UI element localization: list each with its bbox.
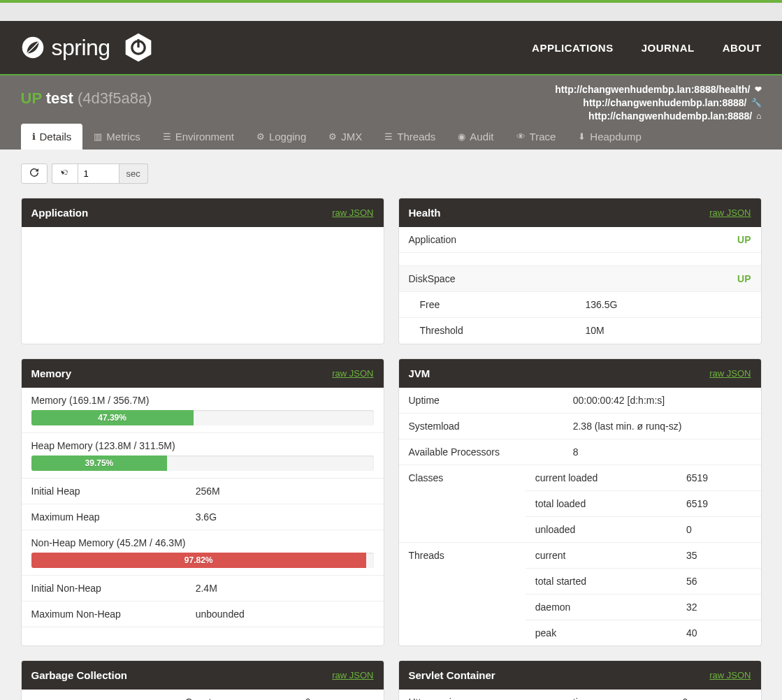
sysload-value: 2.38 (last min. ø runq-sz) xyxy=(573,421,751,432)
info-icon: ℹ xyxy=(32,131,36,142)
wrench-icon: 🔧 xyxy=(751,98,762,108)
initial-heap-value: 256M xyxy=(196,486,374,497)
panel-title: Servlet Container xyxy=(409,669,495,681)
raw-json-link[interactable]: raw JSON xyxy=(332,207,373,218)
nav-journal[interactable]: JOURNAL xyxy=(642,42,695,54)
main-navbar: spring APPLICATIONS JOURNAL ABOUT xyxy=(0,21,782,74)
cogs-icon: ⚙ xyxy=(328,131,337,142)
raw-json-link[interactable]: raw JSON xyxy=(709,670,751,680)
tab-logging[interactable]: ⚙Logging xyxy=(245,124,317,150)
spring-logo: spring xyxy=(21,35,110,61)
interval-unit: sec xyxy=(120,163,148,184)
max-heap-label: Maximum Heap xyxy=(31,511,196,523)
health-disk-status: UP xyxy=(737,273,751,284)
threads-current-label: current xyxy=(535,550,686,561)
threads-label: Threads xyxy=(399,543,526,646)
tab-heapdump[interactable]: ⬇Heapdump xyxy=(567,124,652,150)
tab-environment[interactable]: ☰Environment xyxy=(152,124,245,150)
raw-json-link[interactable]: raw JSON xyxy=(332,670,373,680)
panel-health: Health raw JSON Application UP DiskSpace… xyxy=(398,198,762,344)
threads-peak-label: peak xyxy=(535,627,686,639)
panel-title: Application xyxy=(31,207,89,219)
uptime-value: 00:00:00:42 [d:h:m:s] xyxy=(573,395,751,406)
initial-nonheap-value: 2.4M xyxy=(196,583,374,594)
heartbeat-icon: ❤ xyxy=(755,85,762,94)
tab-trace[interactable]: 👁Trace xyxy=(505,124,567,150)
threads-daemon-label: daemon xyxy=(535,601,686,613)
procs-label: Available Processors xyxy=(409,446,573,458)
tab-details[interactable]: ℹDetails xyxy=(21,124,83,150)
panel-title: JVM xyxy=(409,367,430,379)
memory-progress: 47.39% xyxy=(31,410,374,425)
sysload-label: Systemload xyxy=(409,421,573,432)
memory-label: Memory (169.1M / 356.7M) xyxy=(31,395,374,406)
instance-urls: http://changwenhudembp.lan:8888/health/❤… xyxy=(555,84,761,124)
nonheap-progress: 97.82% xyxy=(31,553,374,568)
raw-json-link[interactable]: raw JSON xyxy=(709,368,751,379)
max-heap-value: 3.6G xyxy=(196,511,374,523)
classes-current-loaded: 6519 xyxy=(686,472,751,483)
health-free-value: 136.5G xyxy=(586,299,751,310)
threads-total-started-label: total started xyxy=(535,576,686,587)
classes-label: Classes xyxy=(399,465,526,542)
refresh-icon xyxy=(30,168,38,177)
panel-application: Application raw JSON xyxy=(21,198,384,344)
sync-icon xyxy=(61,168,69,177)
bar-chart-icon: ▥ xyxy=(94,131,102,142)
nonheap-label: Non-Heap Memory (45.2M / 46.3M) xyxy=(31,537,374,548)
power-icon xyxy=(123,32,154,63)
panel-memory: Memory raw JSON Memory (169.1M / 356.7M)… xyxy=(21,358,384,646)
classes-total-loaded-label: total loaded xyxy=(535,498,686,509)
refresh-button[interactable] xyxy=(21,163,48,184)
initial-heap-label: Initial Heap xyxy=(31,486,196,497)
gc-count-label: Count xyxy=(185,697,305,700)
home-icon: ⌂ xyxy=(756,111,761,121)
panel-gc: Garbage Collection raw JSON ps_scavenge … xyxy=(21,660,384,700)
raw-json-link[interactable]: raw JSON xyxy=(709,207,751,218)
panel-servlet: Servlet Container raw JSON Http sessions… xyxy=(398,660,762,700)
tab-metrics[interactable]: ▥Metrics xyxy=(82,124,151,150)
gc-name: ps_scavenge xyxy=(31,697,186,700)
auto-refresh-button[interactable] xyxy=(52,163,78,184)
raw-json-link[interactable]: raw JSON xyxy=(332,368,373,379)
tab-jmx[interactable]: ⚙JMX xyxy=(317,124,373,150)
health-disk-label: DiskSpace xyxy=(409,273,456,284)
panel-jvm: JVM raw JSON Uptime00:00:00:42 [d:h:m:s]… xyxy=(398,358,762,646)
servlet-active-value: 0 xyxy=(683,697,751,700)
servlet-sessions-label: Http sessions xyxy=(409,697,563,700)
interval-input[interactable] xyxy=(78,163,120,184)
servlet-active-label: active xyxy=(563,697,683,700)
initial-nonheap-label: Initial Non-Heap xyxy=(31,583,196,594)
threads-current: 35 xyxy=(686,550,751,561)
health-threshold-value: 10M xyxy=(586,325,751,336)
panel-title: Memory xyxy=(31,367,72,379)
download-icon: ⬇ xyxy=(578,131,586,142)
procs-value: 8 xyxy=(573,446,751,458)
gc-count-value: 6 xyxy=(305,697,374,700)
panel-title: Health xyxy=(409,207,441,219)
threads-total-started: 56 xyxy=(686,576,751,587)
user-icon: ◉ xyxy=(458,131,465,142)
panel-title: Garbage Collection xyxy=(31,669,128,681)
classes-current-loaded-label: current loaded xyxy=(535,472,686,483)
nav-applications[interactable]: APPLICATIONS xyxy=(532,42,614,54)
health-free-label: Free xyxy=(420,299,586,310)
heap-progress: 39.75% xyxy=(31,455,374,471)
max-nonheap-label: Maximum Non-Heap xyxy=(31,608,196,620)
classes-unloaded-label: unloaded xyxy=(535,524,686,535)
health-app-status: UP xyxy=(737,234,751,245)
uptime-label: Uptime xyxy=(409,395,573,406)
leaf-icon xyxy=(21,36,45,59)
nav-about[interactable]: ABOUT xyxy=(723,42,762,54)
health-app-label: Application xyxy=(409,234,738,245)
instance-status: UP test (4d3f5a8a) xyxy=(21,84,152,108)
threads-peak: 40 xyxy=(686,627,751,639)
tab-audit[interactable]: ◉Audit xyxy=(447,124,505,150)
heap-label: Heap Memory (123.8M / 311.5M) xyxy=(31,440,374,451)
list-icon: ☰ xyxy=(163,131,171,142)
threads-daemon: 32 xyxy=(686,601,751,613)
classes-total-loaded: 6519 xyxy=(686,498,751,509)
eye-icon: 👁 xyxy=(516,131,526,142)
tab-threads[interactable]: ☰Threads xyxy=(373,124,447,150)
threads-icon: ☰ xyxy=(384,131,393,142)
